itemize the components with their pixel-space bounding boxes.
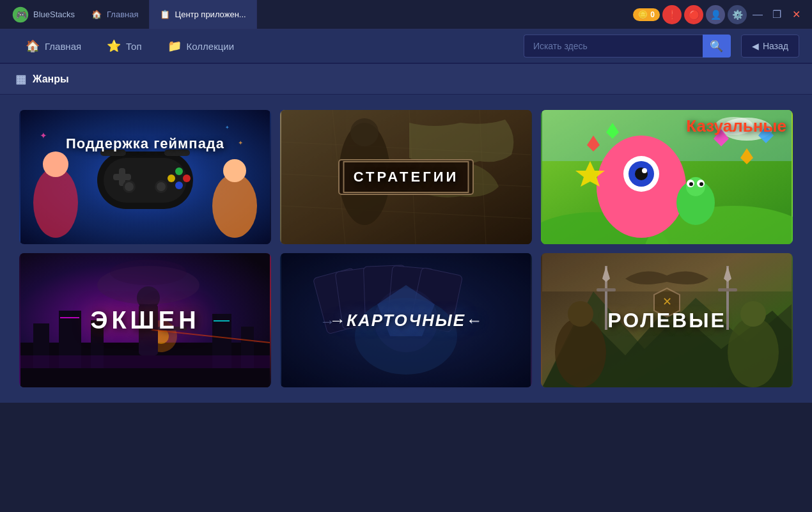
search-icon: 🔍 bbox=[710, 40, 723, 53]
top-nav-label: Топ bbox=[126, 41, 141, 52]
titlebar: 🎮 BlueStacks 🏠 Главная 📋 Центр приложен.… bbox=[0, 0, 812, 29]
appcenter-tab-label: Центр приложен... bbox=[175, 10, 246, 19]
collections-nav-label: Коллекции bbox=[187, 41, 235, 52]
nav-top[interactable]: ⭐ Топ bbox=[94, 29, 154, 63]
svg-point-49 bbox=[642, 168, 647, 173]
top-nav-icon: ⭐ bbox=[107, 39, 121, 53]
section-title: Жанры bbox=[33, 74, 69, 85]
search-input[interactable] bbox=[524, 35, 703, 58]
casual-card-title: Казуальные bbox=[686, 116, 786, 136]
app-name: BlueStacks bbox=[33, 10, 75, 19]
gamepad-card-title: Поддержка геймпада bbox=[19, 136, 271, 152]
svg-text:🎮: 🎮 bbox=[16, 10, 27, 20]
search-button[interactable]: 🔍 bbox=[703, 35, 731, 58]
genres-section-icon: ▦ bbox=[15, 72, 26, 86]
coin-icon: 🪙 bbox=[638, 10, 648, 19]
genre-card-gamepad[interactable]: ✦ ✦ ✦ Поддержка геймпада bbox=[19, 110, 271, 244]
svg-point-21 bbox=[33, 167, 78, 238]
tab-home[interactable]: 🏠 Главная bbox=[81, 0, 149, 29]
titlebar-controls: 🪙 0 ❗ 🔴 👤 ⚙️ — ❐ ✕ bbox=[633, 5, 807, 24]
back-button[interactable]: ◀ Назад bbox=[741, 35, 799, 58]
notification-icon: ❗ bbox=[667, 10, 678, 20]
coin-badge[interactable]: 🪙 0 bbox=[633, 8, 660, 21]
genres-grid: ✦ ✦ ✦ Поддержка геймпада bbox=[19, 110, 793, 387]
strategy-card-title: СТРАТЕГИИ bbox=[343, 161, 469, 193]
minimize-btn[interactable]: — bbox=[749, 6, 766, 23]
close-icon: ✕ bbox=[792, 8, 800, 20]
profile-icon: 👤 bbox=[710, 10, 721, 20]
collections-nav-icon: 📁 bbox=[168, 39, 182, 53]
genre-card-rpg[interactable]: ✕ Ро bbox=[541, 253, 793, 387]
home-nav-icon: 🏠 bbox=[26, 39, 40, 53]
home-tab-label: Главная bbox=[107, 10, 138, 19]
svg-point-54 bbox=[689, 182, 693, 186]
tab-list: 🏠 Главная 📋 Центр приложен... bbox=[81, 0, 633, 29]
svg-point-9 bbox=[183, 175, 191, 182]
minimize-icon: — bbox=[753, 9, 763, 20]
home-tab-icon: 🏠 bbox=[91, 10, 102, 19]
cards-card-title: →Карточные← bbox=[280, 253, 532, 387]
genre-card-casual[interactable]: Казуальные bbox=[541, 110, 793, 244]
settings-icon: ⚙️ bbox=[732, 10, 743, 20]
genre-card-action[interactable]: ЭКШЕН bbox=[19, 253, 271, 387]
svg-point-11 bbox=[168, 175, 175, 182]
back-label: Назад bbox=[763, 41, 788, 51]
settings-btn[interactable]: ⚙️ bbox=[728, 5, 747, 24]
svg-point-10 bbox=[175, 182, 183, 189]
svg-point-24 bbox=[223, 159, 246, 182]
profile-btn[interactable]: 👤 bbox=[706, 5, 725, 24]
section-header: ▦ Жанры bbox=[0, 64, 812, 95]
navbar: 🏠 Главная ⭐ Топ 📁 Коллекции 🔍 ◀ Назад bbox=[0, 29, 812, 64]
alert-btn[interactable]: 🔴 bbox=[684, 5, 703, 24]
svg-point-8 bbox=[175, 167, 183, 175]
gamepad-card-bg: ✦ ✦ ✦ bbox=[19, 110, 271, 244]
app-logo: 🎮 BlueStacks bbox=[5, 6, 81, 24]
restore-icon: ❐ bbox=[772, 8, 781, 20]
svg-point-15 bbox=[157, 182, 166, 191]
nav-collections[interactable]: 📁 Коллекции bbox=[155, 29, 247, 63]
search-area: 🔍 ◀ Назад bbox=[524, 35, 799, 58]
nav-home[interactable]: 🏠 Главная bbox=[13, 29, 94, 63]
coin-count: 0 bbox=[650, 10, 655, 19]
genre-card-strategy[interactable]: СТРАТЕГИИ bbox=[280, 110, 532, 244]
svg-point-14 bbox=[125, 182, 134, 191]
alert-icon: 🔴 bbox=[689, 10, 699, 20]
appcenter-tab-icon: 📋 bbox=[160, 10, 170, 19]
notification-btn[interactable]: ❗ bbox=[662, 5, 682, 24]
tab-appcenter[interactable]: 📋 Центр приложен... bbox=[150, 0, 257, 29]
back-arrow-icon: ◀ bbox=[752, 41, 759, 51]
svg-point-22 bbox=[43, 151, 68, 177]
restore-btn[interactable]: ❐ bbox=[769, 6, 785, 23]
genre-card-cards[interactable]: → ← →Карточные← bbox=[280, 253, 532, 387]
bottom-bar bbox=[0, 403, 812, 435]
close-btn[interactable]: ✕ bbox=[788, 6, 804, 23]
svg-text:✦: ✦ bbox=[225, 125, 230, 130]
action-card-title: ЭКШЕН bbox=[19, 253, 271, 387]
rpg-card-title: Ролевые bbox=[541, 253, 793, 387]
svg-point-23 bbox=[212, 174, 257, 238]
home-nav-label: Главная bbox=[45, 41, 81, 52]
svg-point-55 bbox=[699, 182, 703, 186]
main-content: ✦ ✦ ✦ Поддержка геймпада bbox=[0, 95, 812, 403]
